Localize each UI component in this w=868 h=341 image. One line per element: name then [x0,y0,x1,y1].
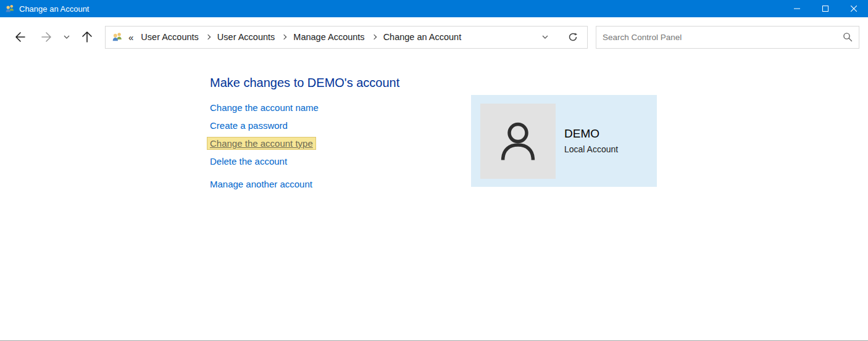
breadcrumb-item-change-an-account[interactable]: Change an Account [382,31,463,43]
maximize-button[interactable] [811,0,840,17]
up-button[interactable] [79,28,95,46]
search-input[interactable] [603,33,838,42]
breadcrumb-separator-icon[interactable] [206,35,211,39]
recent-pages-dropdown-icon[interactable] [61,32,73,42]
content-area: Make changes to DEMO's account Change th… [0,57,868,340]
search-box [596,26,859,49]
breadcrumb-overflow[interactable]: « [128,32,133,43]
user-accounts-icon [5,4,15,14]
forward-button[interactable] [38,29,56,45]
search-icon [843,32,853,42]
navigation-bar: « User Accounts User Accounts Manage Acc… [0,17,868,57]
breadcrumb-item-user-accounts-2[interactable]: User Accounts [216,31,277,43]
titlebar: Change an Account [0,0,868,17]
control-panel-users-icon [112,31,123,43]
address-dropdown-icon[interactable] [539,32,551,42]
account-panel: DEMO Local Account [471,95,657,187]
avatar [480,104,556,179]
nav-buttons [9,28,95,46]
manage-another-account-link[interactable]: Manage another account [210,179,312,189]
back-button[interactable] [11,29,28,45]
account-info: DEMO Local Account [564,127,618,154]
page-title: Make changes to DEMO's account [210,76,868,90]
change-account-name-link[interactable]: Change the account name [210,102,319,113]
delete-account-link[interactable]: Delete the account [210,156,287,166]
create-password-link[interactable]: Create a password [210,120,288,131]
window: Change an Account [0,0,868,341]
window-controls [783,0,868,17]
breadcrumb-item-manage-accounts[interactable]: Manage Accounts [292,31,365,43]
breadcrumb-item-user-accounts-1[interactable]: User Accounts [140,31,200,43]
account-name: DEMO [564,127,618,141]
refresh-icon[interactable] [565,29,581,45]
window-title: Change an Account [19,4,89,14]
breadcrumb-separator-icon[interactable] [371,35,376,39]
change-account-type-link[interactable]: Change the account type [207,138,315,149]
breadcrumb-separator-icon[interactable] [282,35,286,39]
address-bar[interactable]: « User Accounts User Accounts Manage Acc… [105,26,588,49]
minimize-button[interactable] [783,0,811,17]
account-type-label: Local Account [564,144,618,154]
close-button[interactable] [840,0,868,17]
